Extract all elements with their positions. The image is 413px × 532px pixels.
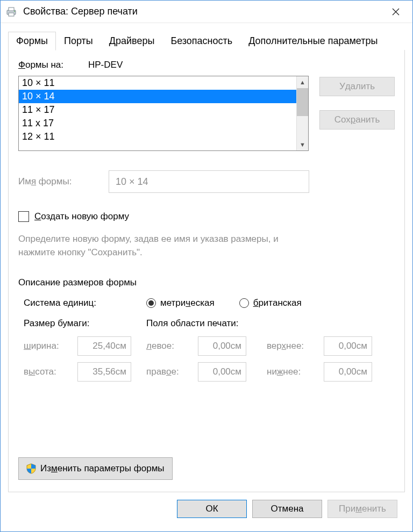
paper-size-header: Размер бумаги: bbox=[24, 318, 146, 329]
left-margin-label: левое: bbox=[146, 341, 198, 351]
list-item[interactable]: 12 × 11 bbox=[19, 130, 296, 143]
scroll-down-icon[interactable]: ▼ bbox=[297, 139, 308, 150]
radio-metric-label: метрическая bbox=[160, 298, 215, 308]
bottom-margin-label: нижнее: bbox=[267, 366, 324, 377]
tab-security[interactable]: Безопасность bbox=[162, 32, 240, 51]
radio-metric[interactable]: метрическая bbox=[146, 298, 215, 308]
window-title: Свойства: Сервер печати bbox=[23, 6, 138, 17]
bottom-margin-field[interactable]: 0,00см bbox=[324, 362, 372, 382]
cancel-button[interactable]: Отмена bbox=[252, 500, 322, 518]
delete-button[interactable]: Удалить bbox=[319, 77, 395, 96]
forms-list-area: 10 × 11 10 × 14 11 × 17 11 x 17 12 × 11 … bbox=[18, 76, 395, 151]
forms-listbox[interactable]: 10 × 11 10 × 14 11 × 17 11 x 17 12 × 11 … bbox=[18, 76, 309, 151]
left-margin-field[interactable]: 0,00см bbox=[198, 336, 246, 356]
help-text: Определите новую форму, задав ее имя и у… bbox=[18, 233, 287, 259]
create-new-checkbox[interactable] bbox=[18, 211, 29, 222]
ok-button[interactable]: ОК bbox=[177, 500, 247, 518]
height-field[interactable]: 35,56см bbox=[77, 362, 131, 382]
forms-on-row: Формы на: HP-DEV bbox=[18, 60, 395, 70]
side-buttons: Удалить Сохранить bbox=[319, 76, 395, 130]
svg-rect-2 bbox=[9, 13, 14, 16]
change-form-params-button[interactable]: Изменить параметры формы bbox=[18, 457, 173, 480]
tabs: Формы Порты Драйверы Безопасность Дополн… bbox=[8, 31, 405, 50]
units-label: Система единиц: bbox=[24, 298, 141, 308]
change-button-label: Изменить параметры формы bbox=[40, 463, 165, 474]
content-area: Формы Порты Драйверы Безопасность Дополн… bbox=[1, 23, 412, 518]
forms-on-label: Формы на: bbox=[18, 60, 88, 70]
dialog-footer: ОК Отмена Применить bbox=[8, 492, 405, 518]
height-label: высота: bbox=[24, 366, 77, 377]
size-grid: Размер бумаги: ширина: 25,40см высота: 3… bbox=[18, 318, 395, 388]
close-button[interactable] bbox=[383, 1, 408, 23]
create-new-label: Создать новую форму bbox=[34, 211, 129, 222]
list-item[interactable]: 10 × 11 bbox=[19, 76, 296, 90]
radio-british-label: британская bbox=[253, 298, 302, 308]
save-button[interactable]: Сохранить bbox=[319, 110, 395, 130]
forms-listitems: 10 × 11 10 × 14 11 × 17 11 x 17 12 × 11 bbox=[19, 76, 296, 150]
create-new-row: Создать новую форму bbox=[18, 211, 395, 222]
width-field[interactable]: 25,40см bbox=[77, 336, 131, 356]
listbox-scrollbar[interactable]: ▲ ▼ bbox=[296, 76, 308, 150]
form-name-input[interactable] bbox=[109, 170, 309, 193]
radio-icon bbox=[146, 298, 156, 308]
margins-header: Поля области печати: bbox=[146, 318, 267, 329]
shield-icon bbox=[26, 463, 36, 474]
right-margin-field[interactable]: 0,00см bbox=[198, 362, 246, 382]
list-item[interactable]: 10 × 14 bbox=[19, 90, 296, 103]
scroll-up-icon[interactable]: ▲ bbox=[297, 76, 308, 88]
apply-button[interactable]: Применить bbox=[327, 500, 397, 518]
paper-size-column: Размер бумаги: ширина: 25,40см высота: 3… bbox=[24, 318, 146, 388]
svg-rect-1 bbox=[9, 8, 14, 11]
width-label: ширина: bbox=[24, 341, 77, 351]
margins-right-column: верхнее: 0,00см нижнее: 0,00см bbox=[267, 318, 387, 388]
top-margin-label: верхнее: bbox=[267, 341, 324, 351]
units-row: Система единиц: метрическая британская bbox=[18, 298, 395, 308]
top-margin-field[interactable]: 0,00см bbox=[324, 336, 372, 356]
tab-advanced[interactable]: Дополнительные параметры bbox=[240, 32, 386, 51]
right-margin-label: правое: bbox=[146, 366, 198, 377]
list-item[interactable]: 11 × 17 bbox=[19, 103, 296, 117]
server-name: HP-DEV bbox=[88, 60, 123, 70]
tab-drivers[interactable]: Драйверы bbox=[101, 32, 163, 51]
form-name-row: Имя формы: bbox=[18, 170, 395, 193]
list-item[interactable]: 11 x 17 bbox=[19, 117, 296, 130]
printer-icon bbox=[5, 5, 18, 18]
form-dimensions-title: Описание размеров формы bbox=[18, 277, 395, 288]
radio-icon bbox=[239, 298, 249, 308]
margins-left-column: Поля области печати: левое: 0,00см право… bbox=[146, 318, 267, 388]
tab-panel: Формы на: HP-DEV 10 × 11 10 × 14 11 × 17… bbox=[8, 50, 405, 492]
tab-forms[interactable]: Формы bbox=[8, 32, 56, 51]
form-name-label: Имя формы: bbox=[18, 176, 88, 187]
scroll-track[interactable] bbox=[297, 116, 308, 139]
svg-point-3 bbox=[14, 11, 15, 12]
titlebar: Свойства: Сервер печати bbox=[1, 1, 412, 23]
scroll-thumb[interactable] bbox=[297, 88, 308, 116]
margins-spacer bbox=[267, 318, 387, 329]
tab-ports[interactable]: Порты bbox=[56, 32, 101, 51]
radio-british[interactable]: британская bbox=[239, 298, 302, 308]
